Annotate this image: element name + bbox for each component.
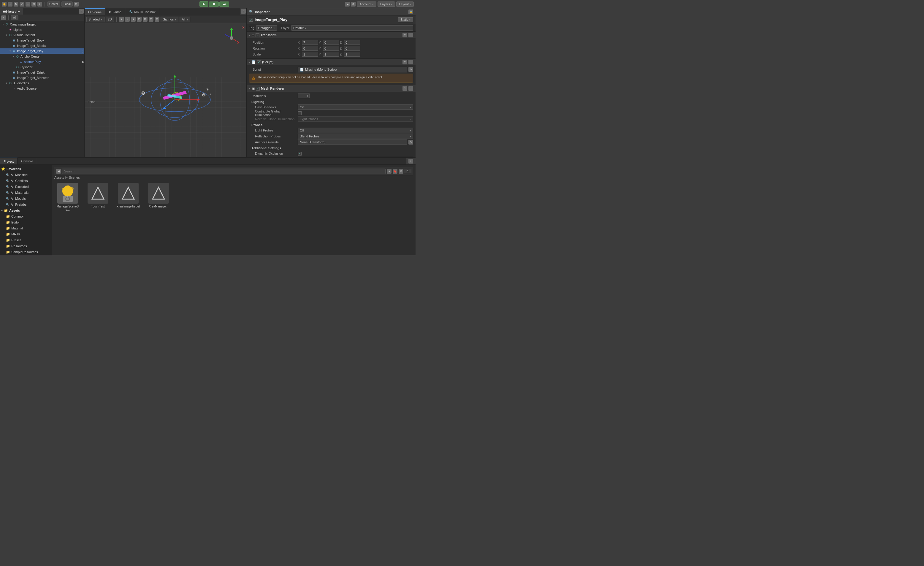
tree-item-cylinder[interactable]: ⬡ Cylinder [0,65,84,70]
asset-xreamanage[interactable]: XreaManage... [145,182,172,213]
scene-close-btn[interactable]: ✕ [242,26,245,30]
anchor-override-pick[interactable]: ⊙ [408,140,413,144]
transform-header[interactable]: ⊞ ✓ Transform ? ⋮ [247,32,416,38]
layers-button[interactable]: Layers [378,2,395,7]
tree-item-lights[interactable]: ☀ Lights [0,27,84,32]
tag-dropdown[interactable]: Untagged [256,25,277,31]
scene-fx-3[interactable]: ⊡ [149,17,153,22]
common-folder[interactable]: 📁 Common [0,213,52,219]
mesh-renderer-enable[interactable]: ✓ [256,87,260,90]
account-button[interactable]: Account [357,2,376,7]
audio-toggle[interactable]: ♪ [125,17,130,22]
pos-x-input[interactable] [302,40,318,45]
script1-help[interactable]: ? [402,60,407,65]
receive-gi-dropdown[interactable]: Light Probes [298,116,413,122]
tree-item-book[interactable]: ▣ ImageTarget_Book [0,38,84,43]
tree-item-vuforia[interactable]: ⬡ VuforiaContent [0,32,84,38]
rot-y-input[interactable] [323,46,339,51]
rotate-tool[interactable]: ↻ [14,2,18,6]
tree-item-anchor[interactable]: ⬡ AnchorCenter [0,54,84,59]
all-materials-item[interactable]: 🔍 All Materials [0,190,52,195]
sampleresources-folder[interactable]: 📁 SampleResources [0,249,52,255]
asset-managerscenesE[interactable]: ManagerSceneSe... [54,182,81,213]
fx-toggle[interactable]: ★ [131,17,136,22]
lighting-toggle[interactable]: ☀ [119,17,124,22]
layout-button[interactable]: Layout [396,2,414,7]
custom-tool[interactable]: ✦ [38,2,42,6]
anchor-override-dropdown[interactable]: None (Transform) [298,140,407,145]
all-prefabs-item[interactable]: 🔍 All Prefabs [0,201,52,207]
script1-enable[interactable]: ✓ [257,60,261,64]
rot-x-input[interactable] [302,46,318,51]
script1-pick[interactable]: ⊙ [408,67,413,72]
shading-dropdown[interactable]: Shaded [86,17,105,22]
tree-item-play[interactable]: ▣ ImageTarget_Play ⋮ [0,48,84,54]
mrtk-folder[interactable]: 📁 MRTK [0,231,52,237]
all-modified-item[interactable]: 🔍 All Modified [0,172,52,178]
scenes-folder[interactable]: 📁 Scenes [0,255,52,255]
scene-fx-2[interactable]: ⊞ [143,17,147,22]
tree-item-monster[interactable]: ▣ ImageTarget_Monster [0,75,84,80]
move-tool[interactable]: ✛ [8,2,12,6]
static-badge[interactable]: Static [398,17,413,22]
play-button[interactable]: ▶ [200,1,208,7]
favorites-header[interactable]: ⭐ Favorites [0,166,52,172]
center-btn[interactable]: Center [47,2,60,6]
game-tab[interactable]: ▶ Game [105,8,125,15]
eye-filter[interactable]: 👁 [399,169,404,174]
project-tab[interactable]: Project [0,158,18,164]
editor-folder[interactable]: 📁 Editor [0,219,52,225]
scene-menu[interactable]: ⋮ [241,9,246,14]
all-models-item[interactable]: 🔍 All Models [0,195,52,201]
asset-xrealimagetarget[interactable]: XrealImageTarget [115,182,142,213]
scale-x-input[interactable] [302,52,318,57]
console-tab[interactable]: Console [18,158,37,164]
back-btn[interactable]: ◀ [56,169,61,174]
tree-item-drink[interactable]: ▣ ImageTarget_Drink [0,70,84,75]
hierarchy-tab[interactable]: ☰ Hierarchy [0,8,23,15]
transform-tool[interactable]: ⊞ [32,2,36,6]
resources-folder[interactable]: 📁 Resources [0,243,52,249]
hierarchy-menu[interactable]: ⋮ [79,9,84,14]
dynamic-occlusion-checkbox[interactable]: ✓ [298,152,302,156]
grid-tool[interactable]: ⊞ [74,2,79,6]
scene-viewport[interactable]: Persp Y ✕ [85,23,246,157]
rect-tool[interactable]: ▭ [26,2,30,6]
gizmos-dropdown[interactable]: Gizmos [160,17,178,22]
add-hierarchy-btn[interactable]: + [1,15,6,20]
collab-icon[interactable]: ☁ [345,2,350,6]
scene-tab[interactable]: ⬡ Scene [85,8,105,15]
scene-fx-4[interactable]: ⊠ [154,17,159,22]
all-btn[interactable]: All [11,15,18,20]
all-dropdown[interactable]: All [180,17,190,22]
script1-settings[interactable]: ⋮ [408,60,413,65]
asset-touchtest[interactable]: TouchTest [85,182,111,213]
script1-header[interactable]: 📄 ✓ (Script) ? ⋮ [247,59,416,65]
star-filter[interactable]: ★ [387,169,392,174]
scene-fx-1[interactable]: ⊡ [137,17,142,22]
mesh-renderer-help[interactable]: ? [402,86,407,91]
services-icon[interactable]: ⚙ [351,2,356,6]
transform-help[interactable]: ? [402,33,407,38]
pos-y-input[interactable] [323,40,339,45]
pause-button[interactable]: ⏸ [209,2,219,7]
tree-item-xreal[interactable]: ⬡ XrealImageTarget [0,22,84,27]
materials-count[interactable] [298,93,310,98]
project-search[interactable] [62,168,386,174]
pos-z-input[interactable] [344,40,360,45]
layer-dropdown[interactable]: Default [291,25,413,31]
all-conflicts-item[interactable]: 🔍 All Conflicts [0,178,52,184]
active-checkbox[interactable]: ✓ [249,18,253,22]
transform-settings[interactable]: ⋮ [408,33,413,38]
tree-item-audioclips[interactable]: ⬡ AudioClips [0,80,84,86]
all-excluded-item[interactable]: 🔍 All Excluded [0,184,52,190]
mesh-renderer-header[interactable]: ▣ ✓ Mesh Renderer ? ⋮ [247,85,416,92]
tree-item-media[interactable]: ▣ ImageTarget_Media [0,43,84,48]
tree-item-scene4play[interactable]: ⬡ scene4Play ▶ [0,59,84,65]
preset-folder[interactable]: 📁 Preset [0,237,52,243]
scale-y-input[interactable] [323,52,339,57]
assets-header[interactable]: 📁 Assets [0,207,52,213]
cast-shadows-dropdown[interactable]: On [298,105,413,110]
transform-enable[interactable]: ✓ [255,33,260,37]
tree-item-audiosource[interactable]: ♪ Audio Source [0,86,84,91]
